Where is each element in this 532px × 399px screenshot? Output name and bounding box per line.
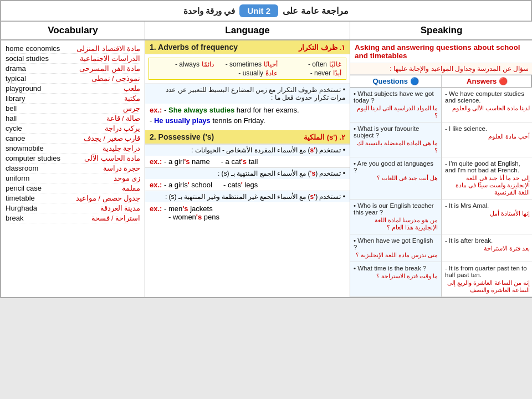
poss-desc-2: • تستخدم (s') مع الأسماء الجمع المنتهية … [145, 167, 350, 179]
adverbs-box: غالبًا often - أحيانًا sometimes - دائمً… [149, 58, 346, 80]
qa-question: • Who is our English teacher this year ?… [350, 200, 442, 234]
vocab-row: computer studiesمادة الحاسب الآلى [6, 154, 140, 163]
vocab-row: pencil caseمقلمة [6, 183, 140, 193]
page: مراجعة عامة على Unit 2 في ورقة واحدة Voc… [0, 0, 532, 298]
vocab-row: libraryمكتبة [6, 94, 140, 104]
vocab-row: uniformزى موحد [6, 173, 140, 183]
vocab-row: cycleيركب دراجة [6, 124, 140, 134]
poss-ex-2a: ex.: - a girls' school [150, 181, 212, 189]
adverb-sometimes: أحيانًا sometimes - [217, 60, 278, 68]
adverbs-examples: ex.: - She always studies hard for her e… [145, 104, 350, 127]
vocab-row: classroomحجرة دراسة [6, 163, 140, 173]
header-arabic-left: في ورقة واحدة [183, 6, 235, 16]
qa-answer: - I like science.أحب مادة العلوم [442, 122, 532, 157]
speaking-col-header: Speaking [350, 22, 532, 40]
section1-title-ar: ١. ظرف التكرار [299, 43, 345, 52]
poss-examples-1: ex.: - a girl's name - a cat's tail [145, 156, 350, 167]
speaking-title: Asking and answering questions about sch… [350, 40, 532, 63]
qa-question: • What is your favourite subject ?ما هى … [350, 122, 442, 157]
poss-ex-3b: - women's pens [168, 213, 345, 221]
poss-examples-3: ex.: - men's jackets - women's pens [145, 202, 350, 223]
poss-desc-1: • تستخدم ('s) مع الأسماء المفردة الأشخاص… [145, 144, 350, 156]
vocab-row: playgroundملعب [6, 84, 140, 94]
vocab-row: bellجرس [6, 104, 140, 114]
poss-desc-3: • تستخدم ('s) مع الأسماء الجمع غير المنت… [145, 191, 350, 202]
unit-badge: Unit 2 [239, 4, 278, 17]
adverb-always: دائمًا always - [154, 60, 214, 68]
qa-question: • When have we got English ?متى ندرس ماد… [350, 234, 442, 262]
vocab-row: breakاستراحة / فسحة [6, 213, 140, 223]
section2-title-en: 2. Possessive ('s) [150, 132, 214, 141]
questions-header: Questions 🔵 [350, 75, 442, 88]
lang-col-header: Language [145, 22, 350, 40]
qa-answer: - It is from quarter past ten to half pa… [442, 262, 532, 297]
qa-question: • What subjects have we got today ?ما ال… [350, 88, 442, 122]
vocab-row: social studiesالدراسات الاجتماعية [6, 54, 140, 64]
qa-answer: - It is Mrs Amal.إنها الأستاذة أمل [442, 200, 532, 234]
vocab-col-header: Vocabulary [1, 22, 145, 40]
vocab-row: typicalنموذجى / نمطى [6, 74, 140, 84]
section1-title-en: 1. Adverbs of frequency [150, 43, 238, 52]
adverb-often: غالبًا often - [281, 60, 341, 68]
qa-answer: - I'm quite good at English, and I'm not… [442, 157, 532, 200]
qa-grid: Questions 🔵 Answers 🔴 • What subjects ha… [350, 75, 532, 297]
vocab-row: dramaمادة الفن المسرحى [6, 64, 140, 74]
section2-title-ar: ٢. ('s) الملكية [304, 133, 345, 141]
qa-question: • Are you good at languages ?هل أنت جيد … [350, 157, 442, 200]
example-1: ex.: - She always studies hard for her e… [150, 106, 345, 114]
section2-header: ٢. ('s) الملكية 2. Possessive ('s) [145, 130, 350, 144]
speaking-column: Asking and answering questions about sch… [350, 40, 532, 297]
vocab-row: canoeقارب صغير / يجدف [6, 134, 140, 144]
answers-header: Answers 🔴 [442, 75, 532, 88]
speaking-subtitle: سؤال عن المدرسة وجداول المواعيد والإجابة… [350, 63, 532, 75]
adverb-never: أبدًا never - [281, 69, 341, 77]
qa-question: • What time is the break ?ما وقت فترة ال… [350, 262, 442, 297]
vocab-row: Hurghadaمدينة الغردقة [6, 203, 140, 213]
section1-header: ١. ظرف التكرار 1. Adverbs of frequency [145, 40, 350, 54]
qa-answer: - We have computer studies and science.ل… [442, 88, 532, 122]
example-2: - He usually plays tennis on Friday. [150, 116, 345, 125]
qa-answer: - It is after break.بعد فترة الاستراحة [442, 234, 532, 262]
vocab-row: timetableجدول حصص / مواعيد [6, 193, 140, 203]
adverb-usually: عادةً usually - [217, 69, 278, 77]
poss-examples-2: ex.: - a girls' school - cats' legs [145, 179, 350, 191]
poss-ex-1b: - a cat's tail [221, 157, 258, 166]
poss-ex-1a: ex.: - a girl's name [150, 157, 210, 166]
vocabulary-column: home economicsمادة الاقتصاد المنزلىsocia… [1, 40, 145, 297]
language-column: ١. ظرف التكرار 1. Adverbs of frequency غ… [145, 40, 350, 297]
poss-ex-3a: ex.: - men's jackets [150, 204, 345, 213]
vocab-row: snowmobileدراجة جليدية [6, 144, 140, 154]
vocab-row: home economicsمادة الاقتصاد المنزلى [6, 44, 140, 54]
header-arabic-right: مراجعة عامة على [283, 6, 349, 16]
adverbs-desc: • تستخدم ظروف التكرار مع زمن المضارع الب… [145, 83, 350, 104]
header: مراجعة عامة على Unit 2 في ورقة واحدة [1, 1, 531, 21]
poss-ex-2b: - cats' legs [223, 181, 258, 189]
main-grid: Vocabulary Language Speaking home econom… [1, 21, 531, 297]
vocab-row: hallصالة / قاعة [6, 114, 140, 124]
